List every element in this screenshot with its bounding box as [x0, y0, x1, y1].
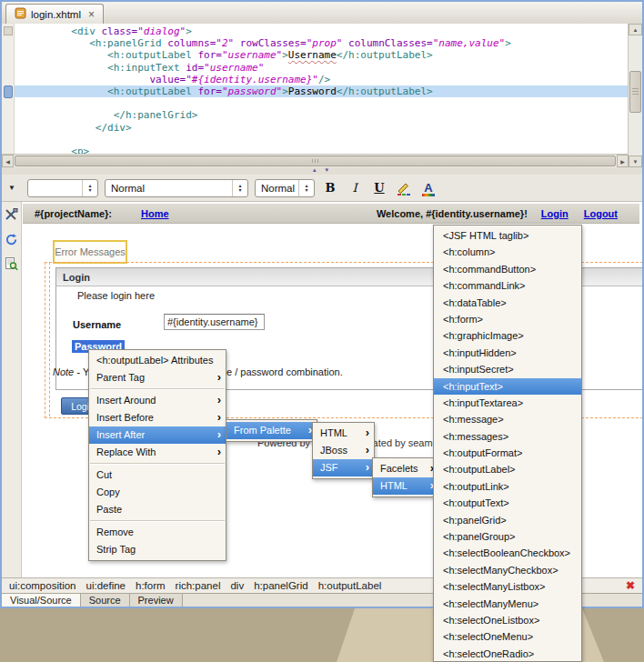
- menu-item-remove[interactable]: Remove: [89, 524, 226, 541]
- breadcrumb-item-ui-define[interactable]: ui:define: [86, 580, 126, 591]
- menu-item-insert-after[interactable]: Insert After›: [89, 426, 226, 444]
- toolbar-menu-dropdown-icon[interactable]: ▼: [8, 184, 21, 192]
- menu-item-from-palette[interactable]: From Palette›: [226, 422, 317, 439]
- menu-item-h-inputtextarea[interactable]: <h:inputTextarea>: [434, 395, 581, 411]
- scroll-down-icon[interactable]: ▼: [629, 155, 642, 167]
- menu-item-h-selectonelistbox[interactable]: <h:selectOneListbox>: [434, 612, 581, 628]
- menu-item-h-selectmanylistbox[interactable]: <h:selectManyListbox>: [434, 578, 581, 595]
- tab-close-icon[interactable]: ×: [88, 8, 95, 21]
- code-line[interactable]: <div class="dialog">: [15, 25, 629, 37]
- horizontal-scrollbar-thumb[interactable]: [15, 155, 616, 166]
- username-input[interactable]: [164, 314, 265, 330]
- code-line[interactable]: <h:panelGrid columns="2" rowClasses="pro…: [15, 37, 629, 49]
- vertical-scrollbar-thumb[interactable]: [629, 71, 641, 113]
- code-line[interactable]: <h:outputLabel for="username">Username</…: [15, 49, 629, 61]
- bold-button[interactable]: B: [321, 181, 339, 195]
- menu-item-h-messages[interactable]: <h:messages>: [434, 428, 581, 445]
- code-line[interactable]: value="#{identity.username}"/>: [15, 74, 629, 85]
- menu-item-h-inputtext[interactable]: <h:inputText>: [434, 378, 581, 395]
- error-messages-placeholder[interactable]: Error Messages: [53, 240, 127, 264]
- underline-button[interactable]: U: [370, 181, 388, 195]
- menu-item-html[interactable]: HTML›: [313, 425, 374, 442]
- vertical-scrollbar[interactable]: ▲ ▼: [628, 24, 642, 167]
- menu-item-jboss[interactable]: JBoss›: [313, 442, 374, 459]
- annotation-ruler[interactable]: [2, 24, 15, 155]
- horizontal-scrollbar[interactable]: ◀ ▶: [2, 154, 629, 167]
- code-line[interactable]: [15, 97, 629, 109]
- style-class-combo[interactable]: ▴▾: [27, 179, 98, 197]
- code-line[interactable]: </h:panelGrid>: [15, 109, 629, 121]
- code-line[interactable]: </div>: [15, 122, 629, 134]
- menu-item-jsf-html-taglib[interactable]: <JSF HTML taglib>: [434, 227, 581, 244]
- menu-item-h-panelgroup[interactable]: <h:panelGroup>: [434, 528, 581, 545]
- breadcrumb-item-h-form[interactable]: h:form: [136, 580, 166, 591]
- code-line[interactable]: [15, 134, 629, 145]
- font-color-icon[interactable]: A: [419, 180, 438, 196]
- menu-item-h-column[interactable]: <h:column>: [434, 244, 581, 260]
- breadcrumb-item-h-panelgrid[interactable]: h:panelGrid: [254, 580, 307, 591]
- breadcrumb-item-ui-composition[interactable]: ui:composition: [9, 580, 76, 591]
- code-line[interactable]: <h:outputLabel for="password">Password</…: [15, 85, 629, 97]
- menu-item-h-selectoneradio[interactable]: <h:selectOneRadio>: [434, 646, 581, 662]
- menu-item-h-message[interactable]: <h:message>: [434, 411, 581, 427]
- menu-item-h-outputlabel-attributes[interactable]: <h:outputLabel> Attributes: [89, 352, 226, 369]
- menu-item-cut[interactable]: Cut: [89, 466, 226, 484]
- source-code[interactable]: <div class="dialog"><h:panelGrid columns…: [15, 25, 629, 155]
- menu-item-insert-before[interactable]: Insert Before›: [89, 409, 226, 426]
- breadcrumb-item-h-outputlabel[interactable]: h:outputLabel: [318, 580, 382, 591]
- menu-item-copy[interactable]: Copy: [89, 484, 226, 501]
- menu-item-parent-tag[interactable]: Parent Tag›: [89, 369, 226, 386]
- menu-item-h-commandlink[interactable]: <h:commandLink>: [434, 277, 581, 294]
- menu-item-h-inputhidden[interactable]: <h:inputHidden>: [434, 345, 581, 361]
- username-label[interactable]: Username: [73, 319, 121, 330]
- combo-spinner-icon[interactable]: ▴▾: [82, 180, 97, 196]
- splitter-collapse-up-icon[interactable]: ▲: [312, 167, 320, 173]
- page-design-options-icon[interactable]: [4, 256, 20, 272]
- refresh-icon[interactable]: [4, 231, 20, 247]
- menu-item-label: <h:inputText>: [443, 381, 503, 392]
- splitter-collapse-down-icon[interactable]: ▼: [324, 167, 332, 173]
- view-tab-source[interactable]: Source: [81, 594, 130, 607]
- home-link[interactable]: Home: [141, 208, 169, 219]
- menu-item-h-graphicimage[interactable]: <h:graphicImage>: [434, 327, 581, 344]
- login-link[interactable]: Login: [541, 208, 569, 219]
- menu-item-h-selectbooleancheckbox[interactable]: <h:selectBooleanCheckbox>: [434, 545, 581, 561]
- logout-link[interactable]: Logout: [584, 208, 618, 219]
- menu-item-h-selectmanymenu[interactable]: <h:selectManyMenu>: [434, 596, 581, 612]
- menu-item-facelets[interactable]: Facelets›: [373, 460, 438, 477]
- menu-item-html[interactable]: HTML›: [373, 477, 438, 495]
- paragraph-format-combo[interactable]: Normal ▴▾: [105, 179, 248, 197]
- background-color-icon[interactable]: [395, 180, 413, 196]
- menu-item-h-inputsecret[interactable]: <h:inputSecret>: [434, 361, 581, 377]
- menu-item-h-form[interactable]: <h:form>: [434, 311, 581, 327]
- preferences-tools-icon[interactable]: [4, 206, 20, 223]
- combo-spinner-icon[interactable]: ▴▾: [232, 180, 247, 196]
- menu-item-h-outputtext[interactable]: <h:outputText>: [434, 495, 581, 511]
- scroll-right-icon[interactable]: ▶: [617, 155, 629, 167]
- menu-item-jsf[interactable]: JSF›: [313, 459, 374, 476]
- combo-spinner-icon[interactable]: ▴▾: [298, 180, 314, 196]
- menu-item-h-outputlabel[interactable]: <h:outputLabel>: [434, 461, 581, 477]
- close-icon[interactable]: ✖: [626, 579, 635, 592]
- menu-item-paste[interactable]: Paste: [89, 501, 226, 518]
- scroll-up-icon[interactable]: ▲: [629, 24, 642, 35]
- menu-item-h-commandbutton[interactable]: <h:commandButton>: [434, 261, 581, 277]
- italic-button[interactable]: I: [346, 181, 364, 195]
- font-format-combo[interactable]: Normal ▴▾: [255, 179, 315, 197]
- view-tab-preview[interactable]: Preview: [130, 594, 183, 607]
- menu-item-h-outputlink[interactable]: <h:outputLink>: [434, 478, 581, 495]
- menu-item-strip-tag[interactable]: Strip Tag: [89, 541, 226, 558]
- code-line[interactable]: <h:inputText id="username": [15, 62, 629, 74]
- menu-item-h-outputformat[interactable]: <h:outputFormat>: [434, 445, 581, 461]
- editor-tab-login-xhtml[interactable]: login.xhtml ×: [5, 4, 104, 24]
- menu-item-h-selectmanycheckbox[interactable]: <h:selectManyCheckbox>: [434, 562, 581, 578]
- scroll-left-icon[interactable]: ◀: [2, 155, 14, 167]
- breadcrumb-item-div[interactable]: div: [230, 580, 244, 591]
- menu-item-replace-with[interactable]: Replace With›: [89, 444, 226, 461]
- breadcrumb-item-rich-panel[interactable]: rich:panel: [176, 580, 221, 591]
- menu-item-h-selectonemenu[interactable]: <h:selectOneMenu>: [434, 628, 581, 645]
- menu-item-h-panelgrid[interactable]: <h:panelGrid>: [434, 512, 581, 528]
- view-tab-visual-source[interactable]: Visual/Source: [2, 594, 81, 607]
- menu-item-insert-around[interactable]: Insert Around›: [89, 392, 226, 409]
- menu-item-h-datatable[interactable]: <h:dataTable>: [434, 295, 581, 311]
